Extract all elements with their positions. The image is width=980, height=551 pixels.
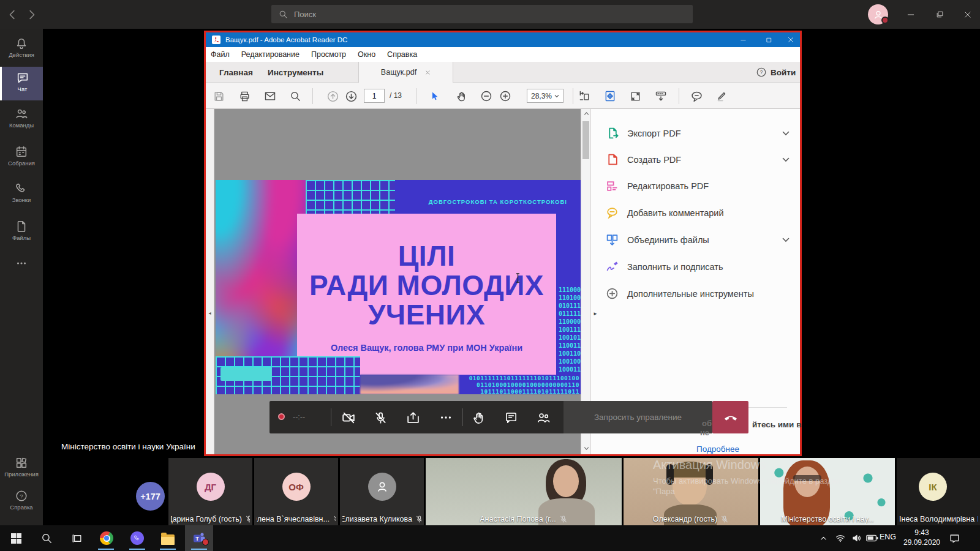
mic-off-button[interactable]	[372, 410, 388, 425]
left-pane-strip[interactable]: ◄	[206, 109, 214, 454]
highlighter-icon[interactable]	[715, 89, 729, 103]
participant-tile[interactable]: ДГ Дарина Голуб (гость)	[168, 458, 252, 525]
speaker-icon[interactable]	[850, 531, 864, 545]
sidebar-item-files[interactable]: Файлы	[0, 220, 43, 248]
zoom-in-icon[interactable]	[499, 89, 512, 103]
wifi-icon[interactable]	[833, 531, 848, 545]
scrollbar-thumb[interactable]	[582, 121, 589, 159]
viber-icon[interactable]	[130, 531, 145, 545]
call-control-bar: --:-- Запросить управление	[270, 401, 712, 433]
create-pdf-icon	[606, 153, 619, 166]
page-number-input[interactable]	[364, 89, 385, 103]
keyboard-language[interactable]: ENG	[880, 533, 896, 541]
panel-item-edit-pdf[interactable]: Редактировать PDF	[606, 173, 790, 199]
acrobat-minimize-button[interactable]	[733, 32, 753, 47]
battery-icon[interactable]	[865, 531, 880, 545]
sidebar-item-activity[interactable]: Действия	[0, 37, 43, 65]
acrobat-maximize-button[interactable]	[758, 32, 779, 47]
sidebar-item-help[interactable]: ? Справка	[0, 489, 43, 517]
left-pane-collapse-icon[interactable]: ◄	[208, 311, 212, 315]
fullscreen-icon[interactable]	[628, 89, 642, 103]
next-page-icon[interactable]	[344, 89, 358, 103]
zoom-out-icon[interactable]	[480, 89, 493, 103]
sign-in-link[interactable]: Войти	[771, 62, 796, 83]
select-tool-icon[interactable]	[428, 89, 441, 103]
tab-home[interactable]: Главная	[219, 62, 253, 83]
participant-tile[interactable]: Елизавета Куликова	[340, 458, 424, 525]
scroll-up-icon[interactable]	[584, 111, 589, 116]
menu-view[interactable]: Просмотр	[311, 50, 346, 59]
search-input-box[interactable]	[271, 5, 693, 23]
start-button[interactable]	[9, 531, 23, 545]
restore-button[interactable]	[927, 0, 952, 29]
tab-document[interactable]: Ващук.pdf	[358, 62, 453, 83]
participant-tile[interactable]: ОФ Олена В`ячеславівн...	[254, 458, 338, 525]
hang-up-button[interactable]	[712, 401, 748, 433]
comment-tool-icon[interactable]	[690, 89, 703, 103]
forward-icon[interactable]	[24, 8, 38, 21]
panel-item-combine-files[interactable]: Объединить файлы	[606, 227, 790, 253]
menu-edit[interactable]: Редактирование	[241, 50, 300, 59]
task-view-icon[interactable]	[69, 531, 84, 545]
tab-tools[interactable]: Инструменты	[268, 62, 323, 83]
file-explorer-icon[interactable]	[160, 531, 175, 545]
participant-video-tile[interactable]: Олександр (гость)	[624, 458, 758, 525]
panel-item-add-comment[interactable]: Добавить комментарий	[606, 200, 790, 226]
chevron-down-icon[interactable]	[782, 238, 790, 242]
panel-item-export-pdf[interactable]: Экспорт PDF	[606, 120, 790, 146]
sidebar-item-meetings[interactable]: Собрания	[0, 145, 43, 173]
panel-item-more-tools[interactable]: Дополнительные инструменты	[606, 280, 790, 307]
participant-video-tile[interactable]: Анастасія Попова (г...	[426, 458, 622, 525]
clock[interactable]: 9:43 29.09.2020	[899, 528, 944, 549]
panel-item-create-pdf[interactable]: Создать PDF	[606, 146, 790, 173]
sidebar-item-more[interactable]	[0, 257, 43, 269]
chevron-down-icon[interactable]	[782, 157, 790, 162]
tray-chevron-up-icon[interactable]	[816, 531, 831, 545]
close-button[interactable]	[956, 0, 980, 29]
menu-file[interactable]: Файл	[211, 50, 230, 59]
previous-page-icon[interactable]	[326, 89, 339, 103]
toolbar-pane-icon[interactable]	[654, 89, 668, 103]
more-details-link[interactable]: Подробнее	[696, 444, 739, 454]
panel-collapse-icon[interactable]: ►	[593, 311, 598, 317]
chrome-icon[interactable]	[99, 531, 114, 545]
raise-hand-button[interactable]	[470, 410, 486, 425]
slide-tagline: ДОВГОСТРОКОВІ ТА КОРОТКОСТРОКОВІ	[429, 198, 567, 205]
request-control-button[interactable]: Запросить управление	[564, 401, 712, 433]
menu-help[interactable]: Справка	[387, 50, 417, 59]
find-icon[interactable]	[288, 89, 302, 103]
hand-tool-icon[interactable]	[454, 89, 468, 103]
fit-page-icon[interactable]	[603, 89, 617, 103]
camera-off-button[interactable]	[341, 410, 356, 425]
print-icon[interactable]	[238, 89, 251, 103]
chat-panel-button[interactable]	[503, 410, 519, 425]
sidebar-item-apps[interactable]: Приложения	[0, 456, 43, 484]
more-actions-button[interactable]	[438, 410, 454, 425]
participant-tile[interactable]: ІК Інеса Володимирівна Кос...	[897, 458, 980, 525]
panel-item-fill-sign[interactable]: Заполнить и подписать	[606, 253, 790, 280]
zoom-level-dropdown[interactable]: 28,3%	[527, 89, 564, 103]
sidebar-item-teams[interactable]: Команды	[0, 107, 43, 135]
scroll-down-icon[interactable]	[584, 446, 589, 451]
sidebar-item-calls[interactable]: Звонки	[0, 182, 43, 210]
menu-window[interactable]: Окно	[358, 50, 375, 59]
overflow-count-badge[interactable]: +177	[136, 482, 165, 511]
participant-video-tile[interactable]: Міністерство освіти і нау...	[760, 458, 895, 525]
taskbar-search-icon[interactable]	[39, 531, 54, 545]
action-center-icon[interactable]	[947, 531, 962, 545]
acrobat-help-icon[interactable]: ?	[756, 67, 767, 78]
fit-width-icon[interactable]	[578, 89, 591, 103]
share-screen-button[interactable]	[405, 410, 421, 425]
panel-footer-fragment: об	[702, 419, 712, 428]
tab-close-icon[interactable]	[425, 70, 431, 75]
search-input[interactable]	[294, 10, 662, 19]
back-icon[interactable]	[6, 8, 20, 21]
save-icon[interactable]	[212, 89, 225, 103]
acrobat-close-button[interactable]	[780, 32, 801, 47]
participants-button[interactable]	[535, 410, 551, 425]
acrobat-title-bar[interactable]: Ващук.pdf - Adobe Acrobat Reader DC	[206, 32, 800, 47]
minimize-button[interactable]	[899, 0, 923, 29]
chevron-down-icon[interactable]	[782, 131, 790, 136]
sidebar-item-chat[interactable]: Чат	[0, 67, 43, 100]
email-icon[interactable]	[263, 89, 277, 103]
